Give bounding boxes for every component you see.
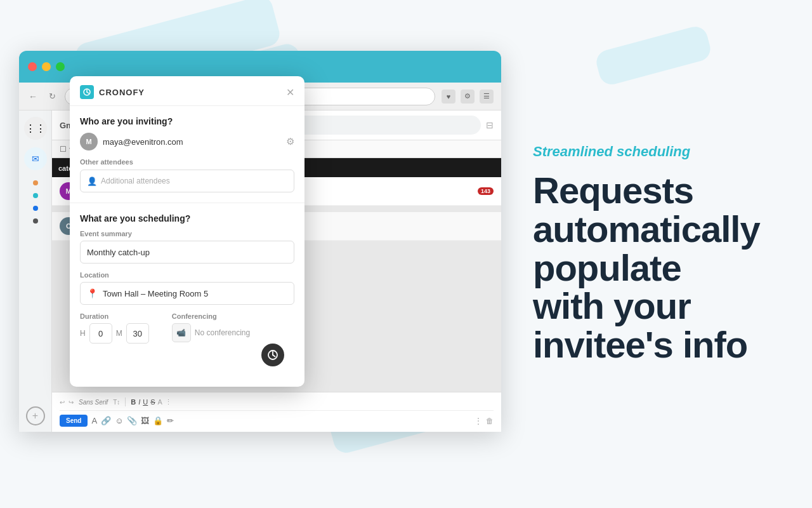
duration-group: Duration H 0 M 30 — [80, 312, 162, 344]
compose-more-icon[interactable]: ⋮ — [475, 417, 482, 425]
cronofy-footer-icon[interactable] — [261, 344, 284, 366]
email-badge-maya: 143 — [478, 187, 494, 195]
extension-icon[interactable]: ⚙ — [461, 90, 475, 104]
location-input[interactable]: 📍 Town Hall – Meeting Room 5 — [80, 282, 294, 305]
font-selector[interactable]: Sans Serif — [79, 399, 108, 406]
nav-icons-right: ♥ ⚙ ☰ — [442, 90, 494, 104]
sidebar-dot-gray — [33, 218, 38, 224]
headline-line2: automatically — [533, 208, 760, 250]
close-button[interactable]: ✕ — [286, 86, 294, 98]
dialog-footer — [80, 349, 294, 377]
dialog-body: Who are you inviting? M maya@evenitron.c… — [70, 106, 304, 387]
conferencing-label: Conferencing — [172, 312, 294, 320]
compose-area: ↩ ↪ Sans Serif T↕ B I U S A ⋮ Send — [52, 392, 501, 432]
cronofy-logo-icon — [80, 85, 94, 99]
tagline: Streamlined scheduling — [533, 144, 768, 160]
svg-line-5 — [273, 355, 275, 357]
invitee-row: M maya@evenitron.com ⚙ — [80, 133, 294, 150]
refresh-button[interactable]: ↻ — [46, 90, 58, 103]
cronofy-wordmark: CRONOFY — [99, 88, 145, 97]
right-section: Streamlined scheduling Requests automati… — [501, 0, 812, 508]
more-format-icon[interactable]: ⋮ — [165, 398, 172, 406]
hours-input[interactable]: 0 — [89, 323, 112, 344]
event-summary-label: Event summary — [80, 230, 294, 237]
select-checkbox[interactable]: ☐ — [60, 145, 67, 154]
attendees-input[interactable]: 👤 Additional attendees — [80, 170, 294, 192]
svg-line-2 — [87, 92, 89, 93]
font-size-icon[interactable]: T↕ — [113, 399, 120, 406]
heart-icon[interactable]: ♥ — [442, 90, 455, 104]
traffic-light-red[interactable] — [28, 62, 37, 71]
dialog-header: CRONOFY ✕ — [70, 76, 304, 106]
compose-delete-icon[interactable]: 🗑 — [486, 417, 494, 425]
compose-bottom-toolbar: Send A 🔗 ☺ 📎 🖼 🔒 ✏ ⋮ 🗑 — [60, 415, 494, 427]
sidebar-dot-blue — [33, 206, 38, 211]
duration-label: Duration — [80, 312, 162, 320]
compose-emoji-icon[interactable]: ☺ — [115, 416, 123, 425]
bold-icon[interactable]: B — [131, 398, 136, 406]
minutes-input[interactable]: 30 — [126, 323, 149, 344]
duration-conferencing-row: Duration H 0 M 30 Conferencing 📹 No conf… — [80, 312, 294, 344]
compose-format-icon[interactable]: A — [91, 416, 97, 425]
headline-line4: with your — [533, 285, 691, 326]
minutes-label: M — [116, 329, 122, 338]
gmail-nav-sidebar: ⋮⋮ ✉ + — [19, 110, 52, 432]
compose-attach-icon[interactable]: 📎 — [127, 416, 137, 425]
who-section-title: Who are you inviting? — [80, 116, 294, 126]
redo-icon[interactable]: ↪ — [69, 399, 74, 406]
compose-link-icon[interactable]: 🔗 — [101, 416, 111, 425]
gmail-filter-icon[interactable]: ⊟ — [486, 120, 494, 130]
cronofy-dialog: CRONOFY ✕ Who are you inviting? M maya@e… — [70, 76, 304, 387]
compose-sign-icon[interactable]: ✏ — [167, 416, 174, 425]
invitee-avatar: M — [80, 133, 98, 150]
sidebar-dot-orange — [33, 180, 38, 185]
divider — [125, 398, 126, 406]
back-button[interactable]: ← — [27, 90, 39, 103]
location-pin-icon: 📍 — [87, 288, 98, 298]
dialog-divider — [70, 203, 304, 203]
compose-toolbar: ↩ ↪ Sans Serif T↕ B I U S A ⋮ — [60, 398, 494, 411]
duration-inputs: H 0 M 30 — [80, 323, 162, 344]
headline-line1: Requests — [533, 170, 693, 211]
italic-icon[interactable]: I — [138, 398, 140, 406]
conferencing-value: No conferencing — [195, 328, 250, 337]
gmail-mail-icon[interactable]: ✉ — [24, 147, 47, 170]
menu-icon[interactable]: ☰ — [480, 90, 494, 104]
gmail-grid-icon[interactable]: ⋮⋮ — [24, 117, 47, 140]
other-attendees-label: Other attendees — [80, 158, 294, 166]
compose-img-icon[interactable]: 🖼 — [141, 416, 149, 425]
sidebar-dot-teal — [33, 193, 38, 198]
invitee-email: maya@evenitron.com — [103, 137, 183, 147]
settings-gear-icon[interactable]: ⚙ — [286, 136, 294, 147]
traffic-light-yellow[interactable] — [42, 62, 51, 71]
undo-icon[interactable]: ↩ — [60, 399, 65, 406]
person-icon: 👤 — [87, 177, 97, 186]
underline-icon[interactable]: U — [143, 398, 148, 406]
text-color-icon[interactable]: A — [158, 398, 162, 406]
strikethrough-icon[interactable]: S — [150, 398, 155, 406]
send-button[interactable]: Send — [60, 415, 88, 427]
headline-line5: invitee's info — [533, 324, 747, 365]
conferencing-row: 📹 No conferencing — [172, 323, 294, 342]
headline-line3: populate — [533, 247, 681, 288]
what-section-title: What are you scheduling? — [80, 213, 294, 224]
headline: Requests automatically populate with you… — [533, 171, 768, 364]
hours-label: H — [80, 329, 86, 338]
traffic-light-green[interactable] — [56, 62, 65, 71]
video-icon[interactable]: 📹 — [172, 323, 191, 342]
add-account-icon[interactable]: + — [26, 406, 45, 425]
location-value: Town Hall – Meeting Room 5 — [103, 289, 208, 298]
cronofy-icon-svg — [267, 349, 278, 361]
event-summary-input[interactable]: Monthly catch-up — [80, 241, 294, 264]
compose-lock-icon[interactable]: 🔒 — [153, 416, 163, 425]
attendees-placeholder: Additional attendees — [101, 177, 170, 185]
conferencing-group: Conferencing 📹 No conferencing — [172, 312, 294, 342]
location-label: Location — [80, 271, 294, 279]
